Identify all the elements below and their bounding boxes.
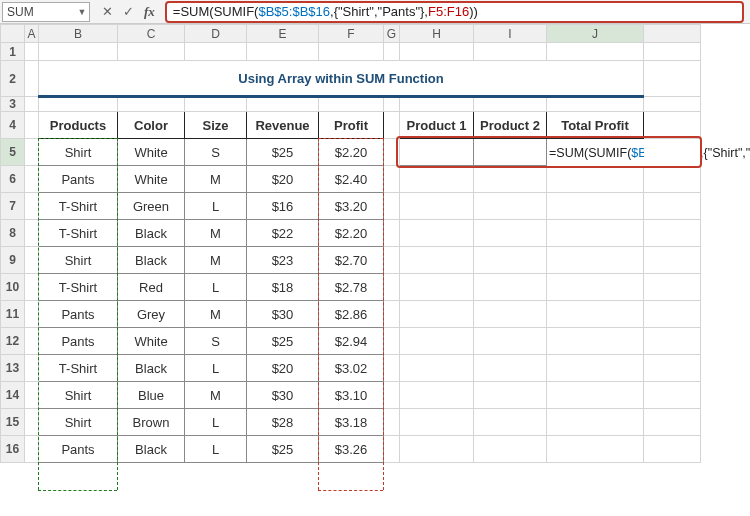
table-row[interactable]: L — [185, 274, 247, 301]
table-row[interactable]: Pants — [39, 328, 118, 355]
colhdr-I[interactable]: I — [474, 25, 547, 43]
rowhdr-2[interactable]: 2 — [1, 61, 25, 97]
table-row[interactable]: M — [185, 382, 247, 409]
table-row[interactable]: $3.26 — [319, 436, 384, 463]
table-row[interactable]: Grey — [118, 301, 185, 328]
colhdr-G[interactable]: G — [384, 25, 400, 43]
cell-I5[interactable] — [474, 139, 547, 166]
table-row[interactable]: S — [185, 139, 247, 166]
table-row[interactable]: L — [185, 409, 247, 436]
table-row[interactable]: T-Shirt — [39, 355, 118, 382]
rowhdr-14[interactable]: 14 — [1, 382, 25, 409]
table-row[interactable]: $23 — [247, 247, 319, 274]
rowhdr-15[interactable]: 15 — [1, 409, 25, 436]
table-row[interactable]: Shirt — [39, 382, 118, 409]
colhdr-A[interactable]: A — [25, 25, 39, 43]
table-row[interactable]: $3.20 — [319, 193, 384, 220]
table-row[interactable]: T-Shirt — [39, 274, 118, 301]
table-row[interactable]: $2.78 — [319, 274, 384, 301]
spreadsheet-grid[interactable]: A B C D E F G H I J 1 2 Using Array with… — [0, 24, 750, 463]
table-row[interactable]: Shirt — [39, 247, 118, 274]
cell-H5[interactable] — [400, 139, 474, 166]
cell-J5[interactable]: =SUM(SUMIF($B$5:$B$16,{"Shirt","Pants"},… — [547, 139, 644, 166]
table-row[interactable]: White — [118, 139, 185, 166]
table-row[interactable]: Blue — [118, 382, 185, 409]
rowhdr-10[interactable]: 10 — [1, 274, 25, 301]
table-row[interactable]: $3.10 — [319, 382, 384, 409]
table-row[interactable]: $25 — [247, 139, 319, 166]
table-row[interactable]: Shirt — [39, 139, 118, 166]
table-row[interactable]: Red — [118, 274, 185, 301]
fx-icon[interactable]: fx — [144, 4, 155, 20]
table-row[interactable]: $3.02 — [319, 355, 384, 382]
rowhdr-4[interactable]: 4 — [1, 112, 25, 139]
rowhdr-6[interactable]: 6 — [1, 166, 25, 193]
name-box[interactable]: SUM — [3, 5, 75, 19]
table-row[interactable]: $22 — [247, 220, 319, 247]
table-row[interactable]: $20 — [247, 166, 319, 193]
enter-icon[interactable]: ✓ — [123, 4, 134, 19]
colhdr-H[interactable]: H — [400, 25, 474, 43]
table-row[interactable]: $28 — [247, 409, 319, 436]
hdr-products: Products — [39, 112, 118, 139]
table-row[interactable]: Black — [118, 247, 185, 274]
rowhdr-13[interactable]: 13 — [1, 355, 25, 382]
table-row[interactable]: L — [185, 355, 247, 382]
table-row[interactable]: White — [118, 166, 185, 193]
table-row[interactable]: $2.20 — [319, 220, 384, 247]
table-row[interactable]: $18 — [247, 274, 319, 301]
table-row[interactable]: Pants — [39, 301, 118, 328]
table-row[interactable]: Green — [118, 193, 185, 220]
table-row[interactable]: $25 — [247, 436, 319, 463]
rowhdr-12[interactable]: 12 — [1, 328, 25, 355]
colhdr-J[interactable]: J — [547, 25, 644, 43]
table-row[interactable]: $3.18 — [319, 409, 384, 436]
table-row[interactable]: $2.86 — [319, 301, 384, 328]
table-row[interactable]: Shirt — [39, 409, 118, 436]
formula-input[interactable]: =SUM(SUMIF($B$5:$B$16,{"Shirt","Pants"},… — [165, 1, 744, 23]
colhdr-C[interactable]: C — [118, 25, 185, 43]
table-row[interactable]: $2.40 — [319, 166, 384, 193]
table-row[interactable]: $2.70 — [319, 247, 384, 274]
table-row[interactable]: M — [185, 220, 247, 247]
table-row[interactable]: T-Shirt — [39, 220, 118, 247]
table-row[interactable]: L — [185, 193, 247, 220]
table-row[interactable]: M — [185, 166, 247, 193]
rowhdr-16[interactable]: 16 — [1, 436, 25, 463]
table-row[interactable]: Pants — [39, 166, 118, 193]
rowhdr-8[interactable]: 8 — [1, 220, 25, 247]
name-box-wrap[interactable]: SUM ▼ — [2, 2, 90, 22]
table-row[interactable]: L — [185, 436, 247, 463]
colhdr-B[interactable]: B — [39, 25, 118, 43]
table-row[interactable]: T-Shirt — [39, 193, 118, 220]
chevron-down-icon[interactable]: ▼ — [75, 7, 89, 17]
rowhdr-1[interactable]: 1 — [1, 43, 25, 61]
table-row[interactable]: $20 — [247, 355, 319, 382]
rowhdr-7[interactable]: 7 — [1, 193, 25, 220]
table-row[interactable]: M — [185, 301, 247, 328]
table-row[interactable]: Black — [118, 220, 185, 247]
rowhdr-3[interactable]: 3 — [1, 97, 25, 112]
table-row[interactable]: Pants — [39, 436, 118, 463]
rowhdr-9[interactable]: 9 — [1, 247, 25, 274]
colhdr-F[interactable]: F — [319, 25, 384, 43]
table-row[interactable]: $25 — [247, 328, 319, 355]
colhdr-D[interactable]: D — [185, 25, 247, 43]
rowhdr-11[interactable]: 11 — [1, 301, 25, 328]
table-row[interactable]: $2.20 — [319, 139, 384, 166]
table-row[interactable]: White — [118, 328, 185, 355]
table-row[interactable]: $2.94 — [319, 328, 384, 355]
table-row[interactable]: Black — [118, 355, 185, 382]
table-row[interactable]: $30 — [247, 382, 319, 409]
rowhdr-5[interactable]: 5 — [1, 139, 25, 166]
cancel-icon[interactable]: ✕ — [102, 4, 113, 19]
table-row[interactable]: $16 — [247, 193, 319, 220]
table-row[interactable]: M — [185, 247, 247, 274]
table-row[interactable]: $30 — [247, 301, 319, 328]
table-row[interactable]: Brown — [118, 409, 185, 436]
table-row[interactable]: Black — [118, 436, 185, 463]
colhdr-E[interactable]: E — [247, 25, 319, 43]
select-all-corner[interactable] — [1, 25, 25, 43]
colhdr-ext[interactable] — [644, 25, 701, 43]
table-row[interactable]: S — [185, 328, 247, 355]
